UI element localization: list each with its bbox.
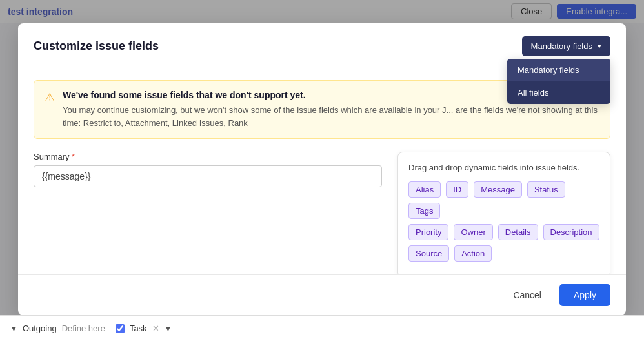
tag-id[interactable]: ID: [446, 181, 468, 198]
modal-title: Customize issue fields: [34, 39, 159, 53]
warning-body: You may continue customizing, but we won…: [63, 104, 599, 129]
tags-row-3: Source Action: [408, 245, 599, 262]
summary-input[interactable]: [34, 165, 382, 187]
form-layout: Summary * Drag and drop dynamic fields i…: [34, 152, 610, 274]
tag-message[interactable]: Message: [474, 181, 522, 198]
dropdown-option-mandatory[interactable]: Mandatory fields: [507, 59, 610, 81]
apply-button[interactable]: Apply: [559, 284, 610, 306]
task-label: Task: [130, 324, 147, 333]
dropdown-button-label: Mandatory fields: [531, 41, 592, 51]
clear-icon[interactable]: ✕: [152, 324, 159, 333]
chevron-down-icon: ▾: [598, 42, 601, 50]
dynamic-panel-title: Drag and drop dynamic fields into issue …: [408, 163, 599, 172]
summary-label: Summary *: [34, 152, 382, 161]
dropdown-menu: Mandatory fields All fields: [507, 59, 610, 104]
dynamic-fields-panel: Drag and drop dynamic fields into issue …: [397, 152, 610, 274]
bottom-bar: ▼ Outgoing Define here Task ✕ ▼: [0, 315, 644, 341]
tag-action[interactable]: Action: [454, 245, 492, 262]
modal-header: Customize issue fields Mandatory fields …: [18, 23, 626, 67]
modal: Customize issue fields Mandatory fields …: [18, 23, 626, 315]
outgoing-label: Outgoing: [23, 324, 57, 333]
tag-source[interactable]: Source: [408, 245, 449, 262]
form-fields: Summary *: [34, 152, 382, 274]
define-here-label: Define here: [62, 324, 105, 333]
summary-label-text: Summary: [34, 152, 70, 161]
chevron-down-icon: ▼: [10, 325, 17, 333]
tag-description[interactable]: Description: [543, 224, 599, 240]
warning-icon: ⚠: [45, 90, 55, 129]
tag-status[interactable]: Status: [527, 181, 565, 198]
dynamic-panel-box: Drag and drop dynamic fields into issue …: [397, 152, 610, 274]
tag-alias[interactable]: Alias: [408, 181, 441, 198]
tag-priority[interactable]: Priority: [408, 224, 448, 240]
required-star: *: [72, 152, 75, 161]
fields-dropdown-container: Mandatory fields ▾ Mandatory fields All …: [522, 36, 610, 56]
summary-field-row: Summary *: [34, 152, 382, 187]
dropdown-option-all[interactable]: All fields: [507, 81, 610, 104]
tag-tags[interactable]: Tags: [408, 203, 440, 219]
tag-owner[interactable]: Owner: [454, 224, 492, 240]
cancel-button[interactable]: Cancel: [503, 285, 552, 305]
tag-details[interactable]: Details: [498, 224, 538, 240]
modal-footer: Cancel Apply: [18, 274, 626, 315]
tags-row-1: Alias ID Message Status Tags: [408, 181, 599, 219]
mandatory-fields-dropdown-button[interactable]: Mandatory fields ▾: [522, 36, 610, 56]
expand-chevron-icon[interactable]: ▼: [165, 324, 172, 333]
task-checkbox[interactable]: [116, 324, 125, 333]
tags-row-2: Priority Owner Details Description: [408, 224, 599, 240]
